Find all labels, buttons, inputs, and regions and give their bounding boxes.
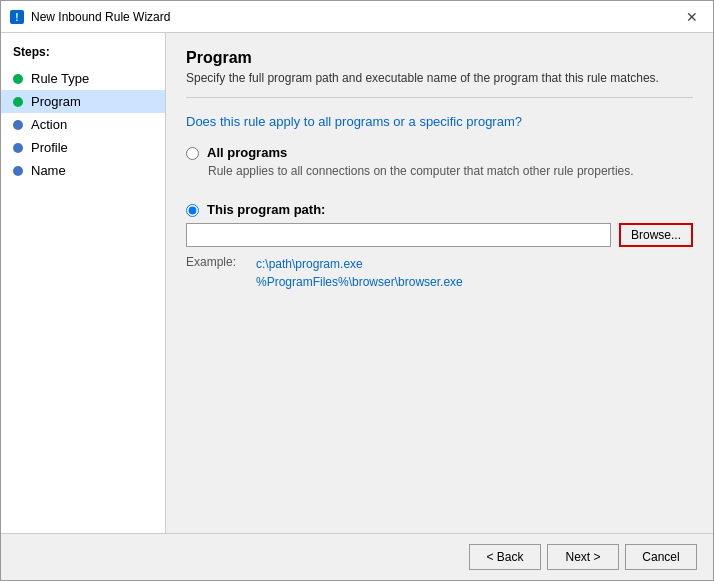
title-bar: ! New Inbound Rule Wizard ✕ — [1, 1, 713, 33]
this-program-title: This program path: — [207, 202, 325, 217]
back-button[interactable]: < Back — [469, 544, 541, 570]
all-programs-desc: Rule applies to all connections on the c… — [208, 164, 693, 178]
next-button[interactable]: Next > — [547, 544, 619, 570]
wizard-icon: ! — [9, 9, 25, 25]
this-program-radio[interactable] — [186, 204, 199, 217]
sidebar-item-label: Program — [31, 94, 81, 109]
sidebar-item-label: Name — [31, 163, 66, 178]
sidebar-item-program[interactable]: Program — [1, 90, 165, 113]
step-dot-action — [13, 120, 23, 130]
browse-button[interactable]: Browse... — [619, 223, 693, 247]
wizard-window: ! New Inbound Rule Wizard ✕ Steps: Rule … — [0, 0, 714, 581]
sidebar-item-profile[interactable]: Profile — [1, 136, 165, 159]
close-button[interactable]: ✕ — [679, 4, 705, 30]
sidebar-item-label: Action — [31, 117, 67, 132]
sidebar-item-label: Profile — [31, 140, 68, 155]
sidebar-item-label: Rule Type — [31, 71, 89, 86]
content-area: Steps: Rule Type Program Action Profile … — [1, 33, 713, 533]
sidebar-item-action[interactable]: Action — [1, 113, 165, 136]
sidebar-item-name[interactable]: Name — [1, 159, 165, 182]
example-label: Example: — [186, 255, 256, 291]
step-dot-profile — [13, 143, 23, 153]
question-text: Does this rule apply to all programs or … — [186, 114, 693, 129]
step-dot-program — [13, 97, 23, 107]
all-programs-group: All programs Rule applies to all connect… — [186, 145, 693, 182]
path-input-row: Browse... — [186, 223, 693, 247]
main-panel: Program Specify the full program path an… — [166, 33, 713, 533]
example-paths: c:\path\program.exe %ProgramFiles%\brows… — [256, 255, 463, 291]
page-subtitle: Specify the full program path and execut… — [186, 71, 693, 98]
program-path-input[interactable] — [186, 223, 611, 247]
sidebar: Steps: Rule Type Program Action Profile … — [1, 33, 166, 533]
all-programs-label[interactable]: All programs — [186, 145, 693, 160]
example-path-1: c:\path\program.exe — [256, 255, 463, 273]
sidebar-item-rule-type[interactable]: Rule Type — [1, 67, 165, 90]
this-program-group: This program path: Browse... Example: c:… — [186, 202, 693, 291]
example-row: Example: c:\path\program.exe %ProgramFil… — [186, 255, 693, 291]
step-dot-rule-type — [13, 74, 23, 84]
example-path-2: %ProgramFiles%\browser\browser.exe — [256, 273, 463, 291]
footer: < Back Next > Cancel — [1, 533, 713, 580]
page-title: Program — [186, 49, 693, 67]
all-programs-title: All programs — [207, 145, 287, 160]
svg-text:!: ! — [15, 12, 18, 23]
title-bar-text: New Inbound Rule Wizard — [31, 10, 679, 24]
cancel-button[interactable]: Cancel — [625, 544, 697, 570]
all-programs-radio[interactable] — [186, 147, 199, 160]
this-program-label[interactable]: This program path: — [186, 202, 693, 217]
step-dot-name — [13, 166, 23, 176]
steps-label: Steps: — [1, 45, 165, 67]
